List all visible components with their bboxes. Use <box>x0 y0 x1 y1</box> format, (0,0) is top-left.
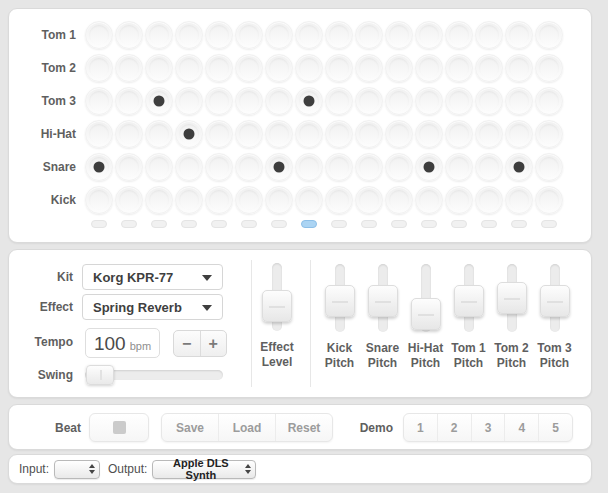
step-cell[interactable] <box>475 54 503 82</box>
step-cell[interactable] <box>235 54 263 82</box>
step-cell[interactable] <box>175 87 203 115</box>
step-cell[interactable] <box>295 120 323 148</box>
step-cell[interactable] <box>445 21 473 49</box>
step-cell[interactable] <box>355 186 383 214</box>
step-cell[interactable] <box>85 153 113 181</box>
effect-level-track[interactable] <box>272 263 282 331</box>
step-cell[interactable] <box>295 87 323 115</box>
step-cell[interactable] <box>415 120 443 148</box>
swing-slider[interactable] <box>85 370 223 380</box>
file-button[interactable]: Load <box>218 414 275 441</box>
pitch-slider-track[interactable] <box>464 264 474 332</box>
step-cell[interactable] <box>265 54 293 82</box>
step-cell[interactable] <box>445 87 473 115</box>
pitch-slider[interactable]: Tom 3 Pitch <box>533 264 576 371</box>
pitch-slider-track[interactable] <box>507 264 517 332</box>
step-cell[interactable] <box>355 153 383 181</box>
swing-slider-handle[interactable] <box>86 365 114 385</box>
tempo-decrease-button[interactable]: − <box>174 331 201 356</box>
step-cell[interactable] <box>205 87 233 115</box>
step-cell[interactable] <box>385 21 413 49</box>
step-cell[interactable] <box>505 87 533 115</box>
step-cell[interactable] <box>115 21 143 49</box>
step-cell[interactable] <box>85 54 113 82</box>
step-cell[interactable] <box>265 87 293 115</box>
step-cell[interactable] <box>235 21 263 49</box>
step-cell[interactable] <box>415 21 443 49</box>
step-cell[interactable] <box>325 120 353 148</box>
pitch-slider[interactable]: Tom 1 Pitch <box>447 264 490 371</box>
file-button[interactable]: Save <box>162 414 218 441</box>
step-cell[interactable] <box>445 54 473 82</box>
pitch-slider-handle[interactable] <box>540 285 570 317</box>
step-cell[interactable] <box>175 54 203 82</box>
step-cell[interactable] <box>295 21 323 49</box>
step-cell[interactable] <box>415 87 443 115</box>
step-cell[interactable] <box>355 21 383 49</box>
step-cell[interactable] <box>535 186 563 214</box>
step-cell[interactable] <box>205 120 233 148</box>
step-cell[interactable] <box>145 186 173 214</box>
kit-select[interactable]: Korg KPR-77 <box>82 264 223 290</box>
pitch-slider[interactable]: Snare Pitch <box>361 264 404 371</box>
step-cell[interactable] <box>85 186 113 214</box>
step-cell[interactable] <box>355 87 383 115</box>
pitch-slider-handle[interactable] <box>454 285 484 317</box>
step-cell[interactable] <box>145 54 173 82</box>
step-cell[interactable] <box>355 120 383 148</box>
step-cell[interactable] <box>295 186 323 214</box>
step-cell[interactable] <box>235 186 263 214</box>
pitch-slider[interactable]: Tom 2 Pitch <box>490 264 533 371</box>
step-cell[interactable] <box>295 54 323 82</box>
step-cell[interactable] <box>445 120 473 148</box>
step-cell[interactable] <box>85 21 113 49</box>
step-cell[interactable] <box>145 120 173 148</box>
pitch-slider-track[interactable] <box>550 264 560 332</box>
step-cell[interactable] <box>205 153 233 181</box>
step-cell[interactable] <box>205 54 233 82</box>
step-cell[interactable] <box>535 120 563 148</box>
pitch-slider-track[interactable] <box>335 264 345 332</box>
effect-select[interactable]: Spring Reverb <box>82 294 223 320</box>
step-cell[interactable] <box>475 21 503 49</box>
step-cell[interactable] <box>85 87 113 115</box>
step-cell[interactable] <box>385 153 413 181</box>
step-cell[interactable] <box>295 153 323 181</box>
step-cell[interactable] <box>265 153 293 181</box>
step-cell[interactable] <box>235 120 263 148</box>
step-cell[interactable] <box>175 120 203 148</box>
pitch-slider[interactable]: Kick Pitch <box>318 264 361 371</box>
step-cell[interactable] <box>175 186 203 214</box>
step-cell[interactable] <box>115 54 143 82</box>
step-cell[interactable] <box>475 87 503 115</box>
step-cell[interactable] <box>385 54 413 82</box>
step-cell[interactable] <box>385 120 413 148</box>
step-cell[interactable] <box>175 153 203 181</box>
step-cell[interactable] <box>445 186 473 214</box>
demo-button[interactable]: 4 <box>504 414 538 441</box>
step-cell[interactable] <box>115 186 143 214</box>
step-cell[interactable] <box>145 21 173 49</box>
tempo-increase-button[interactable]: + <box>201 331 227 356</box>
step-cell[interactable] <box>265 21 293 49</box>
step-cell[interactable] <box>535 153 563 181</box>
pitch-slider-track[interactable] <box>378 264 388 332</box>
input-select[interactable] <box>54 460 100 479</box>
demo-button[interactable]: 2 <box>437 414 471 441</box>
step-cell[interactable] <box>175 21 203 49</box>
step-cell[interactable] <box>505 153 533 181</box>
step-cell[interactable] <box>325 186 353 214</box>
step-cell[interactable] <box>445 153 473 181</box>
step-cell[interactable] <box>115 120 143 148</box>
demo-button[interactable]: 1 <box>404 414 437 441</box>
step-cell[interactable] <box>505 186 533 214</box>
pitch-slider-handle[interactable] <box>368 285 398 317</box>
effect-level-handle[interactable] <box>262 290 292 322</box>
step-cell[interactable] <box>205 186 233 214</box>
step-cell[interactable] <box>325 153 353 181</box>
step-cell[interactable] <box>475 153 503 181</box>
step-cell[interactable] <box>535 21 563 49</box>
pitch-slider[interactable]: Hi-Hat Pitch <box>404 264 447 371</box>
step-cell[interactable] <box>355 54 383 82</box>
demo-button[interactable]: 3 <box>471 414 505 441</box>
